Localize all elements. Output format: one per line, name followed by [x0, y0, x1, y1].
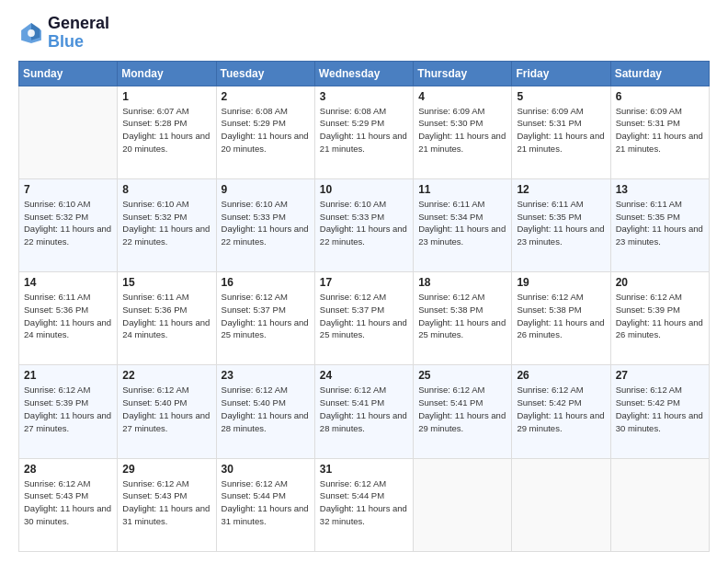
day-info: Sunrise: 6:12 AMSunset: 5:42 PMDaylight:… — [517, 384, 605, 434]
calendar-cell: 26Sunrise: 6:12 AMSunset: 5:42 PMDayligh… — [512, 365, 610, 458]
day-info: Sunrise: 6:10 AMSunset: 5:32 PMDaylight:… — [122, 198, 210, 248]
calendar-cell: 12Sunrise: 6:11 AMSunset: 5:35 PMDayligh… — [512, 178, 610, 271]
day-number: 8 — [122, 183, 210, 196]
calendar-cell: 25Sunrise: 6:12 AMSunset: 5:41 PMDayligh… — [414, 365, 512, 458]
day-number: 31 — [320, 463, 408, 476]
day-number: 30 — [222, 463, 310, 476]
logo-text-blue: Blue — [48, 33, 109, 52]
day-number: 12 — [517, 183, 605, 196]
day-info: Sunrise: 6:12 AMSunset: 5:41 PMDaylight:… — [418, 384, 506, 434]
day-info: Sunrise: 6:12 AMSunset: 5:37 PMDaylight:… — [222, 291, 310, 341]
logo-text-general: General — [48, 15, 109, 33]
day-number: 22 — [122, 369, 210, 382]
day-number: 10 — [320, 183, 408, 196]
day-number: 17 — [320, 276, 408, 289]
day-number: 28 — [24, 463, 112, 476]
logo-icon — [18, 20, 44, 46]
day-number: 3 — [320, 90, 408, 103]
calendar-cell — [512, 458, 610, 551]
day-number: 25 — [418, 369, 506, 382]
day-number: 9 — [222, 183, 310, 196]
calendar-cell: 1Sunrise: 6:07 AMSunset: 5:28 PMDaylight… — [118, 86, 216, 178]
day-number: 15 — [122, 276, 210, 289]
day-number: 29 — [122, 463, 210, 476]
day-info: Sunrise: 6:08 AMSunset: 5:29 PMDaylight:… — [320, 105, 408, 155]
calendar-cell — [19, 86, 118, 178]
calendar-cell: 17Sunrise: 6:12 AMSunset: 5:37 PMDayligh… — [314, 272, 413, 365]
day-info: Sunrise: 6:12 AMSunset: 5:40 PMDaylight:… — [122, 384, 210, 434]
calendar-cell: 9Sunrise: 6:10 AMSunset: 5:33 PMDaylight… — [216, 178, 314, 271]
calendar-cell: 22Sunrise: 6:12 AMSunset: 5:40 PMDayligh… — [118, 365, 216, 458]
day-info: Sunrise: 6:12 AMSunset: 5:40 PMDaylight:… — [222, 384, 310, 434]
day-info: Sunrise: 6:12 AMSunset: 5:44 PMDaylight:… — [320, 477, 408, 528]
day-number: 4 — [418, 90, 506, 103]
col-header-thursday: Thursday — [414, 61, 512, 86]
day-info: Sunrise: 6:09 AMSunset: 5:31 PMDaylight:… — [616, 105, 704, 155]
col-header-wednesday: Wednesday — [314, 61, 413, 86]
calendar-week-3: 14Sunrise: 6:11 AMSunset: 5:36 PMDayligh… — [19, 272, 710, 365]
day-info: Sunrise: 6:10 AMSunset: 5:32 PMDaylight:… — [24, 198, 112, 248]
calendar-cell: 24Sunrise: 6:12 AMSunset: 5:41 PMDayligh… — [314, 365, 413, 458]
calendar-cell: 5Sunrise: 6:09 AMSunset: 5:31 PMDaylight… — [512, 86, 610, 178]
calendar-week-2: 7Sunrise: 6:10 AMSunset: 5:32 PMDaylight… — [19, 178, 710, 271]
day-info: Sunrise: 6:09 AMSunset: 5:30 PMDaylight:… — [418, 105, 506, 155]
calendar-cell: 21Sunrise: 6:12 AMSunset: 5:39 PMDayligh… — [19, 365, 118, 458]
calendar-cell: 31Sunrise: 6:12 AMSunset: 5:44 PMDayligh… — [314, 458, 413, 551]
day-info: Sunrise: 6:12 AMSunset: 5:42 PMDaylight:… — [616, 384, 704, 434]
day-info: Sunrise: 6:12 AMSunset: 5:44 PMDaylight:… — [222, 477, 310, 528]
day-number: 16 — [222, 276, 310, 289]
day-info: Sunrise: 6:12 AMSunset: 5:38 PMDaylight:… — [418, 291, 506, 341]
calendar-cell: 2Sunrise: 6:08 AMSunset: 5:29 PMDaylight… — [216, 86, 314, 178]
calendar-cell: 10Sunrise: 6:10 AMSunset: 5:33 PMDayligh… — [314, 178, 413, 271]
day-info: Sunrise: 6:12 AMSunset: 5:41 PMDaylight:… — [320, 384, 408, 434]
calendar-cell: 19Sunrise: 6:12 AMSunset: 5:38 PMDayligh… — [512, 272, 610, 365]
calendar-week-5: 28Sunrise: 6:12 AMSunset: 5:43 PMDayligh… — [19, 458, 710, 551]
day-number: 13 — [616, 183, 704, 196]
day-info: Sunrise: 6:12 AMSunset: 5:37 PMDaylight:… — [320, 291, 408, 341]
day-info: Sunrise: 6:10 AMSunset: 5:33 PMDaylight:… — [320, 198, 408, 248]
day-info: Sunrise: 6:11 AMSunset: 5:36 PMDaylight:… — [24, 291, 112, 341]
calendar-cell: 3Sunrise: 6:08 AMSunset: 5:29 PMDaylight… — [314, 86, 413, 178]
logo: General Blue — [18, 15, 109, 52]
day-info: Sunrise: 6:12 AMSunset: 5:39 PMDaylight:… — [24, 384, 112, 434]
col-header-monday: Monday — [118, 61, 216, 86]
calendar-table: SundayMondayTuesdayWednesdayThursdayFrid… — [18, 61, 710, 552]
calendar-cell: 14Sunrise: 6:11 AMSunset: 5:36 PMDayligh… — [19, 272, 118, 365]
calendar-cell: 20Sunrise: 6:12 AMSunset: 5:39 PMDayligh… — [610, 272, 709, 365]
day-number: 23 — [222, 369, 310, 382]
col-header-saturday: Saturday — [610, 61, 709, 86]
calendar-cell: 23Sunrise: 6:12 AMSunset: 5:40 PMDayligh… — [216, 365, 314, 458]
day-info: Sunrise: 6:09 AMSunset: 5:31 PMDaylight:… — [517, 105, 605, 155]
day-number: 5 — [517, 90, 605, 103]
day-number: 6 — [616, 90, 704, 103]
day-number: 11 — [418, 183, 506, 196]
col-header-sunday: Sunday — [19, 61, 118, 86]
day-number: 2 — [222, 90, 310, 103]
calendar-cell: 7Sunrise: 6:10 AMSunset: 5:32 PMDaylight… — [19, 178, 118, 271]
page: General Blue SundayMondayTuesdayWednesda… — [0, 0, 728, 563]
day-number: 27 — [616, 369, 704, 382]
calendar-cell: 4Sunrise: 6:09 AMSunset: 5:30 PMDaylight… — [414, 86, 512, 178]
calendar-week-4: 21Sunrise: 6:12 AMSunset: 5:39 PMDayligh… — [19, 365, 710, 458]
day-number: 1 — [122, 90, 210, 103]
header: General Blue — [18, 15, 710, 52]
day-number: 18 — [418, 276, 506, 289]
day-info: Sunrise: 6:12 AMSunset: 5:43 PMDaylight:… — [122, 477, 210, 528]
day-number: 24 — [320, 369, 408, 382]
calendar-week-1: 1Sunrise: 6:07 AMSunset: 5:28 PMDaylight… — [19, 86, 710, 178]
calendar-cell: 8Sunrise: 6:10 AMSunset: 5:32 PMDaylight… — [118, 178, 216, 271]
calendar-cell: 28Sunrise: 6:12 AMSunset: 5:43 PMDayligh… — [19, 458, 118, 551]
calendar-cell: 18Sunrise: 6:12 AMSunset: 5:38 PMDayligh… — [414, 272, 512, 365]
day-number: 26 — [517, 369, 605, 382]
day-info: Sunrise: 6:10 AMSunset: 5:33 PMDaylight:… — [222, 198, 310, 248]
day-info: Sunrise: 6:12 AMSunset: 5:38 PMDaylight:… — [517, 291, 605, 341]
calendar-cell: 13Sunrise: 6:11 AMSunset: 5:35 PMDayligh… — [610, 178, 709, 271]
day-info: Sunrise: 6:12 AMSunset: 5:43 PMDaylight:… — [24, 477, 112, 528]
day-info: Sunrise: 6:07 AMSunset: 5:28 PMDaylight:… — [122, 105, 210, 155]
day-number: 19 — [517, 276, 605, 289]
calendar-cell: 11Sunrise: 6:11 AMSunset: 5:34 PMDayligh… — [414, 178, 512, 271]
day-info: Sunrise: 6:11 AMSunset: 5:35 PMDaylight:… — [517, 198, 605, 248]
day-info: Sunrise: 6:08 AMSunset: 5:29 PMDaylight:… — [222, 105, 310, 155]
svg-point-2 — [28, 29, 35, 37]
calendar-cell: 15Sunrise: 6:11 AMSunset: 5:36 PMDayligh… — [118, 272, 216, 365]
